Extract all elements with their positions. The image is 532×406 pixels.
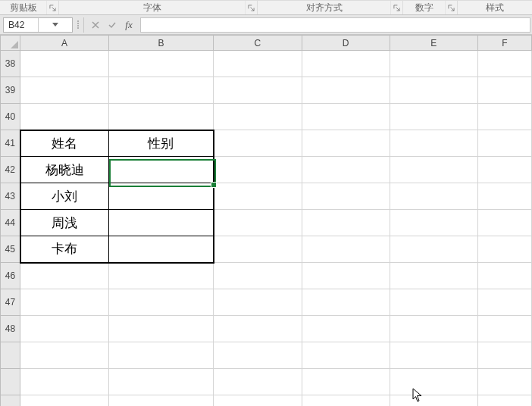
cell[interactable] [214, 369, 302, 395]
dialog-launcher-icon[interactable] [390, 1, 402, 14]
col-header[interactable]: E [390, 36, 477, 51]
cell[interactable] [108, 51, 213, 77]
cell[interactable] [390, 183, 477, 210]
cell[interactable] [390, 342, 477, 369]
cell[interactable] [20, 77, 109, 104]
cell[interactable] [477, 77, 531, 104]
name-box[interactable]: B42 [3, 17, 73, 33]
cell[interactable] [108, 236, 213, 263]
formula-input[interactable] [140, 17, 530, 33]
cell[interactable] [390, 130, 477, 157]
cell[interactable] [477, 263, 531, 289]
cell[interactable] [108, 342, 213, 369]
cell[interactable] [108, 210, 213, 236]
cell[interactable] [302, 210, 390, 236]
grid[interactable]: A B C D E F 38 39 40 41 姓名 性别 42 杨晓迪 43 … [0, 35, 532, 406]
cell[interactable] [214, 77, 302, 104]
cell[interactable] [302, 395, 390, 407]
cell[interactable] [390, 316, 477, 342]
dialog-launcher-icon[interactable] [245, 1, 257, 14]
cell[interactable] [302, 51, 390, 77]
col-header[interactable]: F [477, 36, 531, 51]
cell[interactable] [477, 316, 531, 342]
row-header[interactable]: 39 [1, 77, 20, 104]
grip-icon[interactable] [73, 20, 83, 29]
cell[interactable] [214, 289, 302, 316]
cell[interactable] [477, 51, 531, 77]
row-header[interactable] [1, 369, 20, 395]
cell[interactable]: 卡布 [20, 236, 109, 263]
cell[interactable] [302, 130, 390, 157]
chevron-down-icon[interactable] [38, 18, 73, 32]
col-header[interactable]: C [214, 36, 302, 51]
cell[interactable] [20, 51, 109, 77]
cell[interactable] [302, 236, 390, 263]
cell[interactable] [302, 316, 390, 342]
cell[interactable] [108, 157, 213, 183]
cell[interactable] [302, 183, 390, 210]
col-header[interactable]: D [302, 36, 390, 51]
row-header[interactable]: 42 [1, 157, 20, 183]
cell[interactable] [390, 263, 477, 289]
cell[interactable] [477, 342, 531, 369]
cell[interactable] [390, 369, 477, 395]
row-header[interactable]: 38 [1, 51, 20, 77]
cell[interactable] [214, 51, 302, 77]
row-header[interactable]: 40 [1, 104, 20, 130]
cell[interactable] [108, 369, 213, 395]
cell[interactable] [108, 263, 213, 289]
worksheet-area[interactable]: A B C D E F 38 39 40 41 姓名 性别 42 杨晓迪 43 … [0, 35, 532, 406]
cell[interactable] [214, 157, 302, 183]
cell[interactable] [20, 316, 109, 342]
cell[interactable] [20, 342, 109, 369]
fx-icon[interactable]: fx [120, 17, 137, 33]
cell[interactable] [302, 289, 390, 316]
cell[interactable] [214, 342, 302, 369]
cell[interactable]: 杨晓迪 [20, 157, 109, 183]
cell[interactable] [214, 263, 302, 289]
cell[interactable] [477, 236, 531, 263]
cell[interactable] [302, 104, 390, 130]
row-header[interactable]: 44 [1, 210, 20, 236]
cell[interactable] [108, 395, 213, 407]
cell[interactable] [477, 395, 531, 407]
cell[interactable] [477, 183, 531, 210]
row-header[interactable] [1, 395, 20, 407]
col-header[interactable]: A [20, 36, 109, 51]
row-header[interactable] [1, 342, 20, 369]
cell[interactable] [108, 77, 213, 104]
col-header[interactable]: B [108, 36, 213, 51]
row-header[interactable]: 46 [1, 263, 20, 289]
cell[interactable] [302, 342, 390, 369]
cell[interactable]: 小刘 [20, 183, 109, 210]
cell[interactable] [390, 236, 477, 263]
cell[interactable] [477, 130, 531, 157]
cell[interactable]: 姓名 [20, 130, 109, 157]
cell[interactable] [108, 316, 213, 342]
cell[interactable] [20, 263, 109, 289]
cell[interactable] [390, 104, 477, 130]
cell[interactable] [390, 77, 477, 104]
cell[interactable] [477, 369, 531, 395]
cell[interactable] [302, 77, 390, 104]
cell[interactable] [214, 395, 302, 407]
cell[interactable] [477, 104, 531, 130]
dialog-launcher-icon[interactable] [46, 1, 58, 14]
cell[interactable] [390, 210, 477, 236]
row-header[interactable]: 45 [1, 236, 20, 263]
cell[interactable] [302, 369, 390, 395]
cell[interactable] [390, 289, 477, 316]
row-header[interactable]: 47 [1, 289, 20, 316]
cell[interactable] [108, 104, 213, 130]
cell[interactable] [214, 316, 302, 342]
cell[interactable] [390, 157, 477, 183]
cell[interactable] [20, 369, 109, 395]
cell[interactable] [214, 236, 302, 263]
row-header[interactable]: 41 [1, 130, 20, 157]
cell[interactable] [390, 395, 477, 407]
select-all-corner[interactable] [1, 36, 20, 51]
cell[interactable] [108, 183, 213, 210]
cell[interactable] [477, 210, 531, 236]
cell[interactable] [214, 130, 302, 157]
cell[interactable]: 周浅 [20, 210, 109, 236]
